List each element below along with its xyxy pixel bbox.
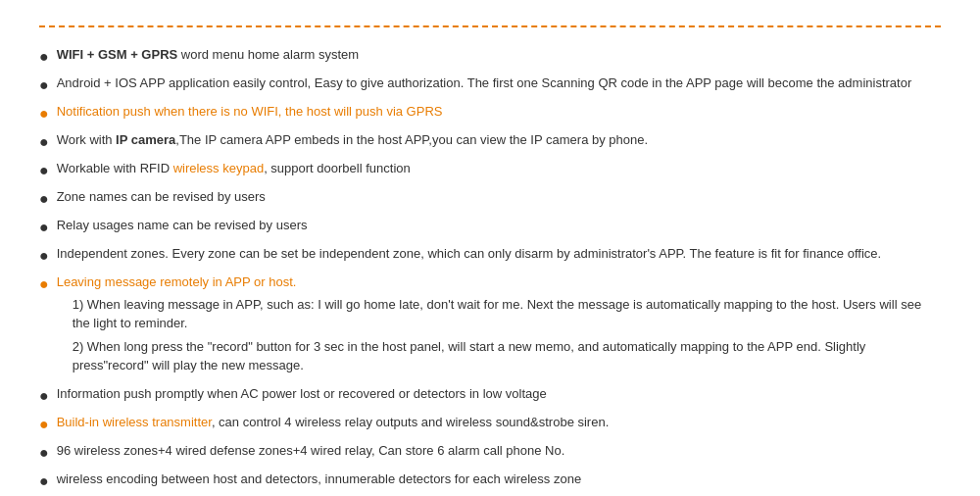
list-item-text: Build-in wireless transmitter, can contr… bbox=[57, 413, 610, 432]
list-item-text: Relay usages name can be revised by user… bbox=[57, 216, 308, 235]
sub-items: 1) When leaving message in APP, such as:… bbox=[73, 295, 941, 375]
list-item-text: Zone names can be revised by users bbox=[57, 187, 266, 207]
list-item-ip-camera: ●Work with IP camera,The IP camera APP e… bbox=[39, 130, 941, 154]
list-item-leaving-message: ●Leaving message remotely in APP or host… bbox=[39, 273, 941, 379]
sub-item: 1) When leaving message in APP, such as:… bbox=[73, 295, 941, 333]
bullet-icon: ● bbox=[39, 130, 49, 154]
bullet-icon: ● bbox=[39, 187, 49, 211]
list-item-text: Work with IP camera,The IP camera APP em… bbox=[57, 130, 648, 150]
bullet-icon: ● bbox=[39, 384, 49, 408]
list-item-independent-zones: ●Independent zones. Every zone can be se… bbox=[39, 244, 941, 268]
list-item-text: 96 wireless zones+4 wired defense zones+… bbox=[57, 441, 565, 461]
list-item-text: Workable with RFID wireless keypad, supp… bbox=[57, 159, 411, 178]
bullet-icon: ● bbox=[39, 102, 49, 125]
list-item-build-in-wireless: ●Build-in wireless transmitter, can cont… bbox=[39, 413, 941, 436]
list-item-wifi-gsm-gprs: ●WIFI + GSM + GPRS word menu home alarm … bbox=[39, 45, 941, 69]
list-item-relay-usages: ●Relay usages name can be revised by use… bbox=[39, 216, 941, 239]
list-item-96-wireless: ●96 wireless zones+4 wired defense zones… bbox=[39, 441, 941, 465]
list-item-text: WIFI + GSM + GPRS word menu home alarm s… bbox=[57, 45, 359, 65]
bullet-icon: ● bbox=[39, 159, 49, 182]
list-item-text: Android + IOS APP application easily con… bbox=[57, 74, 912, 93]
list-item-text: Information push promptly when AC power … bbox=[57, 384, 547, 404]
bullet-icon: ● bbox=[39, 273, 49, 296]
sub-item: 2) When long press the "record" button f… bbox=[73, 337, 941, 375]
list-item-wireless-encoding: ●wireless encoding between host and dete… bbox=[39, 470, 941, 493]
list-item-zone-names: ●Zone names can be revised by users bbox=[39, 187, 941, 211]
list-item-text: Notification push when there is no WIFI,… bbox=[57, 102, 443, 122]
list-item-text: Leaving message remotely in APP or host.… bbox=[57, 273, 941, 379]
list-item-notification-push: ●Notification push when there is no WIFI… bbox=[39, 102, 941, 125]
list-item-android-ios: ●Android + IOS APP application easily co… bbox=[39, 74, 941, 97]
list-item-rfid: ●Workable with RFID wireless keypad, sup… bbox=[39, 159, 941, 182]
list-item-text: Independent zones. Every zone can be set… bbox=[57, 244, 882, 264]
list-item-info-push: ●Information push promptly when AC power… bbox=[39, 384, 941, 408]
bullet-icon: ● bbox=[39, 244, 49, 268]
feature-list: ●WIFI + GSM + GPRS word menu home alarm … bbox=[39, 45, 941, 496]
bullet-icon: ● bbox=[39, 74, 49, 97]
bullet-icon: ● bbox=[39, 216, 49, 239]
bullet-icon: ● bbox=[39, 441, 49, 465]
bullet-icon: ● bbox=[39, 470, 49, 493]
main-container: ●WIFI + GSM + GPRS word menu home alarm … bbox=[0, 0, 980, 496]
list-item-text: wireless encoding between host and detec… bbox=[57, 470, 581, 489]
bullet-icon: ● bbox=[39, 413, 49, 436]
title-divider bbox=[39, 25, 941, 27]
bullet-icon: ● bbox=[39, 45, 49, 69]
